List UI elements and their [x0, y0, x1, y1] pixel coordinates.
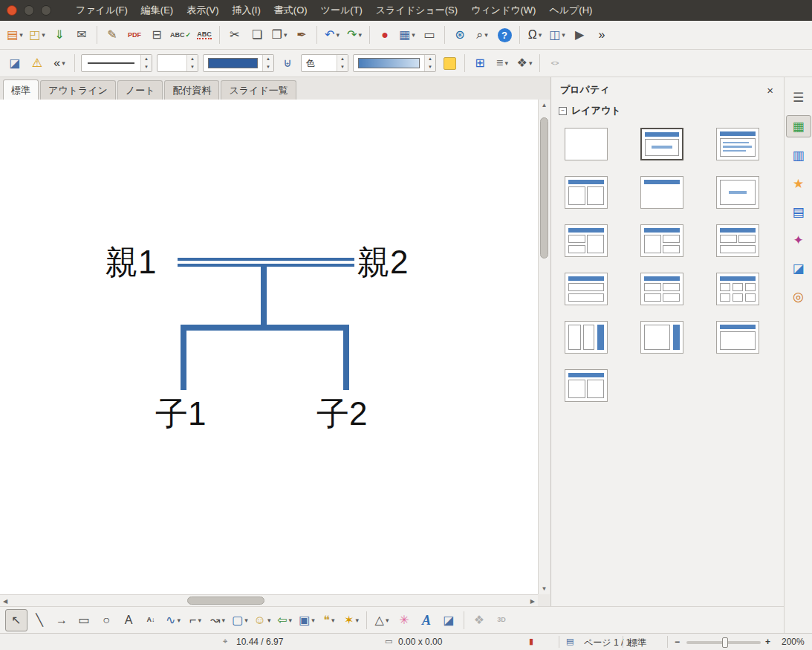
vertical-scrollbar[interactable]: ▲ ▼ [538, 100, 550, 594]
select-button[interactable]: ↖ [5, 609, 27, 631]
zoom-in-button[interactable]: + [765, 637, 770, 647]
navigator-deck-button[interactable]: ◎ [787, 286, 811, 307]
display-views-button[interactable]: ◫▾ [547, 25, 568, 45]
special-character-button[interactable]: Ω▾ [524, 25, 545, 45]
area-style-button[interactable]: ⊎ [277, 53, 298, 74]
properties-deck-button[interactable]: ▦ [786, 115, 811, 137]
view-tab-slide-sorter[interactable]: スライド一覧 [221, 80, 296, 100]
helplines-while-moving-button[interactable]: ⚠ [27, 53, 48, 74]
view-tab-outline[interactable]: アウトライン [40, 80, 116, 100]
layout-title-content[interactable] [716, 128, 759, 160]
fill-color-dropdown[interactable]: ▲▼ [353, 54, 436, 72]
line-color-spinner-icon[interactable]: ▲▼ [262, 55, 273, 71]
save-button[interactable]: ⇓ [49, 25, 70, 45]
layout-title-two-content[interactable] [565, 176, 608, 209]
view-tab-notes[interactable]: ノート [117, 80, 163, 100]
send-email-button[interactable]: ✉ [71, 25, 92, 45]
zoom-slider[interactable] [686, 641, 761, 644]
arrange-button[interactable]: ❖ [469, 610, 490, 631]
child1-drop-line[interactable] [181, 325, 186, 390]
layout-title-two-content-over-content[interactable] [716, 224, 759, 257]
edit-file-button[interactable]: ✎ [102, 25, 123, 45]
line-style-spinner-icon[interactable]: ▲▼ [140, 55, 152, 71]
window-maximize-button[interactable] [41, 5, 51, 16]
layout-title-four-content[interactable] [640, 273, 683, 305]
copy-button[interactable]: ❏ [247, 25, 267, 45]
vertical-scroll-thumb[interactable] [540, 117, 548, 259]
window-minimize-button[interactable] [24, 5, 34, 16]
menu-window[interactable]: ウィンドウ(W) [464, 0, 542, 21]
scroll-up-icon[interactable]: ▲ [539, 102, 550, 108]
symbol-shapes-button[interactable]: ☺▾ [252, 610, 273, 631]
edit-points-button[interactable]: △▾ [371, 610, 392, 631]
hyperlink-button[interactable]: ⊛ [449, 25, 470, 45]
vertical-textbox-button[interactable]: A↓ [140, 610, 161, 631]
line-width-spinner-icon[interactable]: ▲▼ [186, 55, 198, 71]
clone-formatting-button[interactable]: ✒ [291, 25, 312, 45]
insert-picture-button[interactable]: ◪ [438, 610, 459, 631]
insert-image-button[interactable]: ◪ [4, 53, 25, 74]
layout-centered-text[interactable] [716, 176, 759, 209]
arrow-style-button[interactable]: «▾ [49, 53, 70, 74]
marriage-line-top[interactable] [178, 258, 354, 261]
open-button[interactable]: ◰▾ [27, 25, 48, 45]
sidebar-settings-button[interactable]: ☰ [787, 87, 811, 108]
layout-title-two-vertical-text-clipart[interactable] [565, 369, 608, 402]
cut-button[interactable]: ✂ [224, 25, 245, 45]
menu-view[interactable]: 表示(V) [180, 0, 225, 21]
menu-tools[interactable]: ツール(T) [314, 0, 369, 21]
slide-canvas[interactable]: 親1 親2 子1 子2 [0, 100, 538, 594]
layouts-section-header[interactable]: − レイアウト [551, 101, 784, 119]
scroll-right-icon[interactable]: ▶ [530, 598, 535, 605]
fontwork-button[interactable]: A [416, 610, 437, 631]
layout-title-six-content[interactable] [716, 273, 759, 305]
undo-button[interactable]: ↶▾ [322, 25, 342, 45]
layout-title-only[interactable] [640, 176, 683, 209]
lines-and-arrows-button[interactable]: ↝▾ [207, 610, 228, 631]
horizontal-scrollbar[interactable]: ◀ ▶ [0, 594, 538, 606]
show-draw-functions-button[interactable]: <> [545, 53, 565, 74]
menu-edit[interactable]: 編集(E) [134, 0, 180, 21]
layout-title-vertical-text[interactable] [716, 321, 759, 354]
layout-title-content-and-two-content[interactable] [640, 224, 683, 257]
layout-title-content-over-content[interactable] [565, 273, 608, 305]
help-button[interactable]: ? [494, 25, 515, 45]
text-parent2[interactable]: 親2 [357, 245, 408, 279]
layout-title-slide[interactable] [640, 128, 683, 160]
collapse-section-icon[interactable]: − [559, 107, 567, 115]
descent-stem-line[interactable] [261, 265, 267, 328]
curves-and-polygons-button[interactable]: ∿▾ [163, 610, 183, 631]
zoom-slider-thumb[interactable] [722, 637, 728, 648]
menu-insert[interactable]: 挿入(I) [226, 0, 267, 21]
gallery-deck-button[interactable]: ★ [787, 173, 811, 194]
animation-deck-button[interactable]: ✦ [787, 230, 811, 250]
spelling-button[interactable]: ABC✓ [169, 25, 192, 45]
text-parent1[interactable]: 親1 [105, 245, 156, 279]
menu-slideshow[interactable]: スライドショー(S) [369, 0, 464, 21]
redo-button[interactable]: ↷▾ [344, 25, 365, 45]
insert-table-button[interactable]: ▦▾ [397, 25, 418, 45]
line-color-dropdown[interactable]: ▲▼ [203, 54, 274, 72]
toggle-extrusion-button[interactable]: 3D [491, 610, 512, 631]
slide-transition-deck-button[interactable]: ▤ [787, 201, 811, 222]
stars-and-banners-button[interactable]: ✶▾ [341, 610, 362, 631]
insert-line-button[interactable]: ╲ [29, 610, 50, 631]
auto-spellcheck-button[interactable]: ABC [194, 25, 215, 45]
insert-frame-button[interactable]: ▭ [419, 25, 440, 45]
menu-file[interactable]: ファイル(F) [69, 0, 134, 21]
export-pdf-button[interactable]: PDF [124, 25, 145, 45]
shadow-button[interactable] [439, 53, 460, 74]
paste-button[interactable]: ❐▾ [269, 25, 290, 45]
text-child2[interactable]: 子2 [316, 397, 367, 431]
sidebar-close-button[interactable]: × [764, 84, 776, 97]
fill-type-combo[interactable]: 色 ▲▼ [301, 54, 348, 72]
child2-drop-line[interactable] [343, 325, 349, 390]
line-width-input[interactable]: ▲▼ [157, 54, 198, 72]
scroll-down-icon[interactable]: ▼ [539, 585, 550, 592]
line-ends-with-arrow-button[interactable]: → [51, 610, 72, 631]
connectors-button[interactable]: ⌐▾ [185, 610, 206, 631]
new-presentation-button[interactable]: ▤▾ [4, 25, 25, 45]
horizontal-scroll-thumb[interactable] [187, 597, 264, 605]
view-tab-handout[interactable]: 配付資料 [164, 80, 219, 100]
slide-style-name[interactable]: 標準 [629, 637, 646, 649]
